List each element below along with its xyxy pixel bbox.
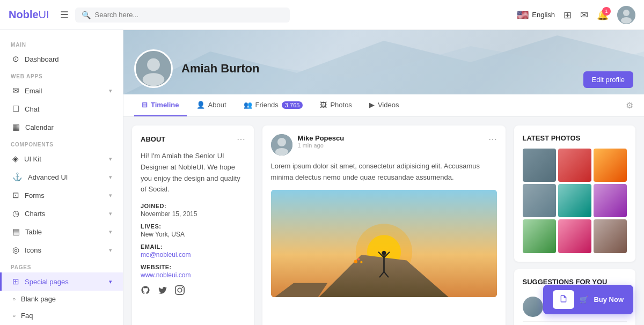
edit-profile-button[interactable]: Edit profile — [583, 71, 633, 88]
photo-thumb[interactable] — [558, 219, 591, 253]
sidebar-item-ui-kit[interactable]: ◈ UI Kit ▾ — [0, 150, 123, 168]
profile-tabs: ⊟ Timeline 👤 About 👥 Friends 3,765 🖼 Pho… — [123, 94, 644, 117]
about-card: ABOUT ⋯ Hi! I'm Amiah the Senior UI Desi… — [132, 125, 254, 325]
profile-name: Amiah Burton — [181, 62, 259, 76]
about-website: WEBSITE: www.nobleui.com — [141, 264, 245, 279]
sidebar-item-chat[interactable]: ☐ Chat — [0, 100, 123, 118]
about-email: EMAIL: me@nobleui.com — [141, 243, 245, 258]
sidebar-item-table[interactable]: ▤ Table ▾ — [0, 223, 123, 241]
sidebar-item-faq[interactable]: ○ Faq — [0, 307, 123, 324]
svg-point-10 — [275, 148, 288, 156]
sidebar-item-label: Icons — [25, 246, 41, 254]
anchor-icon: ⚓ — [12, 172, 23, 182]
svg-point-22 — [354, 260, 357, 263]
blank-page-icon: ○ — [12, 296, 16, 302]
language-selector[interactable]: 🇺🇸 English — [517, 9, 555, 21]
flag-icon: 🇺🇸 — [517, 9, 529, 21]
icons-icon: ◎ — [12, 245, 19, 255]
photo-thumb[interactable] — [594, 149, 627, 182]
chevron-down-icon: ▾ — [109, 247, 112, 254]
post-text: Lorem ipsum dolor sit amet, consectetur … — [271, 161, 497, 183]
mail-icon-button[interactable]: ✉ — [580, 9, 588, 21]
photos-card-title: LATEST PHOTOS — [523, 134, 581, 142]
grid-icon-button[interactable]: ⊞ — [564, 9, 572, 21]
sidebar-label-pages: PAGES — [0, 259, 123, 272]
table-icon: ▤ — [12, 227, 20, 237]
buy-now-banner[interactable]: 🛒 Buy Now — [543, 285, 633, 314]
tab-about[interactable]: 👤 About — [189, 94, 234, 116]
chevron-down-icon: ▾ — [109, 228, 112, 235]
sidebar-item-label: Blank page — [21, 295, 56, 303]
photo-thumb[interactable] — [523, 219, 556, 253]
user-avatar[interactable] — [617, 6, 635, 24]
twitter-icon[interactable] — [158, 285, 167, 297]
photo-thumb[interactable] — [523, 184, 556, 217]
about-card-title: ABOUT — [141, 135, 165, 143]
forms-icon: ⊡ — [12, 190, 19, 200]
github-icon[interactable] — [141, 285, 150, 297]
photos-grid — [523, 149, 627, 253]
post-author-name: Mike Popescu — [298, 134, 488, 142]
sidebar-item-blank-page[interactable]: ○ Blank page — [0, 291, 123, 307]
post-author-avatar — [271, 134, 292, 156]
sidebar-item-label: Dashboard — [25, 55, 59, 63]
doc-icon-button[interactable] — [553, 290, 574, 309]
website-label: WEBSITE: — [141, 264, 245, 270]
sidebar-item-advanced-ui[interactable]: ⚓ Advanced UI ▾ — [0, 168, 123, 186]
sidebar-section-components: COMPONENTS ◈ UI Kit ▾ ⚓ Advanced UI ▾ ⊡ … — [0, 136, 123, 259]
search-input[interactable] — [95, 11, 283, 19]
tab-photos[interactable]: 🖼 Photos — [312, 94, 359, 116]
post-more-button[interactable]: ⋯ — [488, 134, 497, 144]
search-icon: 🔍 — [82, 11, 91, 19]
nav-right: 🇺🇸 English ⊞ ✉ 🔔 1 — [517, 6, 635, 24]
sidebar-item-calendar[interactable]: ▦ Calendar — [0, 118, 123, 136]
photo-thumb[interactable] — [523, 149, 556, 182]
hamburger-button[interactable]: ☰ — [60, 9, 69, 21]
about-lives: LIVES: New York, USA — [141, 223, 245, 238]
sidebar-item-label: UI Kit — [24, 155, 41, 163]
tab-timeline[interactable]: ⊟ Timeline — [134, 94, 187, 116]
photo-thumb[interactable] — [558, 184, 591, 217]
instagram-icon[interactable] — [175, 285, 185, 297]
about-joined: JOINED: November 15, 2015 — [141, 203, 245, 218]
chat-icon: ☐ — [12, 104, 19, 114]
website-value: www.nobleui.com — [141, 271, 245, 279]
sidebar-item-icons[interactable]: ◎ Icons ▾ — [0, 241, 123, 259]
layout: MAIN ⊙ Dashboard WEB APPS ✉ Email ▾ ☐ — [0, 30, 644, 325]
svg-point-23 — [357, 258, 360, 260]
sidebar-item-charts[interactable]: ◷ Charts ▾ — [0, 204, 123, 223]
calendar-icon: ▦ — [12, 122, 20, 132]
sidebar-item-email[interactable]: ✉ Email ▾ — [0, 82, 123, 100]
suggestion-item: Mikke 12 Mutual Friends — [523, 322, 627, 325]
tab-friends[interactable]: 👥 Friends 3,765 — [236, 94, 311, 116]
profile-avatar — [134, 49, 173, 88]
chevron-down-icon: ▾ — [109, 156, 112, 162]
sidebar-item-dashboard[interactable]: ⊙ Dashboard — [0, 50, 123, 68]
photo-thumb[interactable] — [594, 184, 627, 217]
sidebar-item-label: Table — [25, 228, 42, 236]
post-time: 1 min ago — [298, 142, 488, 149]
lives-label: LIVES: — [141, 223, 245, 230]
sidebar-item-label: Faq — [21, 312, 33, 320]
settings-icon[interactable]: ⚙ — [626, 100, 633, 110]
sidebar-item-special-pages[interactable]: ⊞ Special pages ▾ — [0, 272, 123, 291]
tab-videos[interactable]: ▶ Videos — [362, 94, 407, 116]
about-more-button[interactable]: ⋯ — [237, 134, 245, 144]
post-image — [271, 190, 497, 297]
latest-photos-card: LATEST PHOTOS — [514, 125, 636, 262]
special-pages-icon: ⊞ — [12, 277, 19, 286]
sidebar-item-forms[interactable]: ⊡ Forms ▾ — [0, 186, 123, 204]
brand-logo: NobleUI — [9, 9, 49, 21]
bell-icon-button[interactable]: 🔔 1 — [597, 9, 609, 21]
main-content: Amiah Burton Edit profile ⊟ Timeline 👤 A… — [123, 30, 644, 325]
sidebar-label-components: COMPONENTS — [0, 136, 123, 150]
joined-value: November 15, 2015 — [141, 210, 245, 218]
photo-thumb[interactable] — [594, 219, 627, 253]
post-card: Mike Popescu 1 min ago ⋯ Lorem ipsum dol… — [262, 125, 506, 325]
photo-thumb[interactable] — [558, 149, 591, 182]
chevron-down-icon: ▾ — [109, 278, 112, 285]
sidebar-item-label: Charts — [25, 210, 45, 218]
post-header: Mike Popescu 1 min ago ⋯ — [271, 134, 497, 156]
sidebar-section-main: MAIN ⊙ Dashboard — [0, 36, 123, 68]
uikit-icon: ◈ — [12, 154, 19, 164]
